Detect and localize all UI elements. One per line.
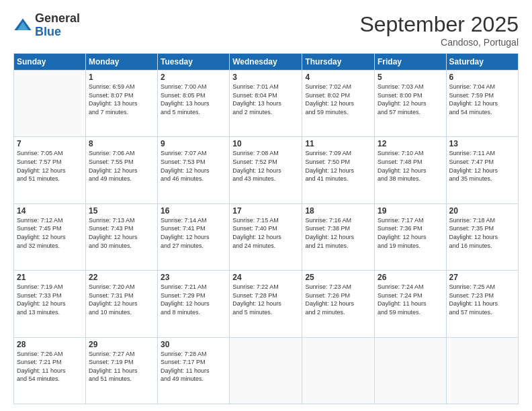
day-info: Sunrise: 7:11 AM Sunset: 7:47 PM Dayligh… — [449, 149, 515, 183]
day-info: Sunrise: 7:25 AM Sunset: 7:23 PM Dayligh… — [449, 283, 515, 316]
day-of-week-header: Thursday — [302, 54, 375, 71]
day-number: 17 — [232, 206, 299, 216]
calendar-cell: 15Sunrise: 7:13 AM Sunset: 7:43 PM Dayli… — [85, 203, 157, 270]
day-info: Sunrise: 7:06 AM Sunset: 7:55 PM Dayligh… — [89, 149, 154, 183]
logo-icon — [13, 16, 32, 35]
calendar-week-row: 21Sunrise: 7:19 AM Sunset: 7:33 PM Dayli… — [14, 271, 519, 337]
day-number: 4 — [305, 73, 371, 82]
day-info: Sunrise: 7:16 AM Sunset: 7:38 PM Dayligh… — [305, 216, 371, 250]
day-info: Sunrise: 7:09 AM Sunset: 7:50 PM Dayligh… — [305, 149, 371, 183]
logo-general: General — [35, 12, 80, 26]
logo-text: General Blue — [35, 12, 80, 39]
day-number: 18 — [305, 206, 371, 216]
day-number: 14 — [17, 206, 83, 216]
calendar-cell — [14, 71, 86, 137]
day-number: 13 — [449, 139, 515, 148]
calendar-cell: 7Sunrise: 7:05 AM Sunset: 7:57 PM Daylig… — [14, 137, 86, 203]
calendar-cell: 18Sunrise: 7:16 AM Sunset: 7:38 PM Dayli… — [302, 203, 375, 270]
calendar-cell — [302, 337, 375, 404]
calendar-cell: 16Sunrise: 7:14 AM Sunset: 7:41 PM Dayli… — [158, 203, 230, 270]
day-number: 9 — [161, 139, 226, 148]
calendar-cell: 22Sunrise: 7:20 AM Sunset: 7:31 PM Dayli… — [85, 271, 157, 337]
calendar-cell: 8Sunrise: 7:06 AM Sunset: 7:55 PM Daylig… — [85, 137, 157, 203]
day-info: Sunrise: 7:01 AM Sunset: 8:04 PM Dayligh… — [232, 83, 299, 116]
day-number: 28 — [17, 340, 83, 349]
day-info: Sunrise: 7:21 AM Sunset: 7:29 PM Dayligh… — [161, 283, 226, 316]
day-info: Sunrise: 7:27 AM Sunset: 7:19 PM Dayligh… — [89, 350, 154, 383]
day-info: Sunrise: 7:26 AM Sunset: 7:21 PM Dayligh… — [17, 350, 83, 383]
location-subtitle: Candoso, Portugal — [359, 37, 519, 48]
calendar-cell: 30Sunrise: 7:28 AM Sunset: 7:17 PM Dayli… — [158, 337, 230, 404]
day-info: Sunrise: 7:23 AM Sunset: 7:26 PM Dayligh… — [305, 283, 371, 316]
day-number: 20 — [449, 206, 515, 216]
calendar-cell: 4Sunrise: 7:02 AM Sunset: 8:02 PM Daylig… — [302, 71, 375, 137]
day-number: 21 — [17, 273, 83, 282]
calendar-cell: 20Sunrise: 7:18 AM Sunset: 7:35 PM Dayli… — [446, 203, 518, 270]
calendar-cell: 14Sunrise: 7:12 AM Sunset: 7:45 PM Dayli… — [14, 203, 86, 270]
day-number: 22 — [89, 273, 154, 282]
calendar-cell — [230, 337, 302, 404]
day-info: Sunrise: 7:15 AM Sunset: 7:40 PM Dayligh… — [232, 216, 299, 250]
day-info: Sunrise: 7:05 AM Sunset: 7:57 PM Dayligh… — [17, 149, 83, 183]
day-info: Sunrise: 7:22 AM Sunset: 7:28 PM Dayligh… — [232, 283, 299, 316]
day-info: Sunrise: 7:24 AM Sunset: 7:24 PM Dayligh… — [378, 283, 443, 316]
day-of-week-header: Sunday — [14, 54, 86, 71]
day-number: 12 — [378, 139, 443, 148]
calendar-cell: 28Sunrise: 7:26 AM Sunset: 7:21 PM Dayli… — [14, 337, 86, 404]
day-number: 3 — [232, 73, 299, 82]
logo-blue: Blue — [35, 26, 80, 39]
calendar-cell — [374, 337, 446, 404]
calendar-cell: 1Sunrise: 6:59 AM Sunset: 8:07 PM Daylig… — [85, 71, 157, 137]
day-number: 29 — [89, 340, 154, 349]
day-info: Sunrise: 7:19 AM Sunset: 7:33 PM Dayligh… — [17, 283, 83, 316]
day-info: Sunrise: 7:07 AM Sunset: 7:53 PM Dayligh… — [161, 149, 226, 183]
day-number: 19 — [378, 206, 443, 216]
month-title: September 2025 — [359, 12, 519, 37]
day-info: Sunrise: 7:12 AM Sunset: 7:45 PM Dayligh… — [17, 216, 83, 250]
logo: General Blue — [13, 12, 80, 39]
day-of-week-header: Tuesday — [158, 54, 230, 71]
day-info: Sunrise: 7:04 AM Sunset: 7:59 PM Dayligh… — [449, 83, 515, 116]
day-number: 26 — [378, 273, 443, 282]
day-info: Sunrise: 7:00 AM Sunset: 8:05 PM Dayligh… — [161, 83, 226, 116]
calendar-table: SundayMondayTuesdayWednesdayThursdayFrid… — [13, 53, 519, 404]
calendar-week-row: 7Sunrise: 7:05 AM Sunset: 7:57 PM Daylig… — [14, 137, 519, 203]
calendar-cell: 10Sunrise: 7:08 AM Sunset: 7:52 PM Dayli… — [230, 137, 302, 203]
day-number: 5 — [378, 73, 443, 82]
calendar-cell: 13Sunrise: 7:11 AM Sunset: 7:47 PM Dayli… — [446, 137, 518, 203]
day-info: Sunrise: 7:02 AM Sunset: 8:02 PM Dayligh… — [305, 83, 371, 116]
day-of-week-header: Wednesday — [230, 54, 302, 71]
calendar-cell: 5Sunrise: 7:03 AM Sunset: 8:00 PM Daylig… — [374, 71, 446, 137]
calendar-cell: 19Sunrise: 7:17 AM Sunset: 7:36 PM Dayli… — [374, 203, 446, 270]
calendar-week-row: 14Sunrise: 7:12 AM Sunset: 7:45 PM Dayli… — [14, 203, 519, 270]
day-number: 7 — [17, 139, 83, 148]
title-block: September 2025 Candoso, Portugal — [359, 12, 519, 48]
day-info: Sunrise: 7:03 AM Sunset: 8:00 PM Dayligh… — [378, 83, 443, 116]
day-info: Sunrise: 6:59 AM Sunset: 8:07 PM Dayligh… — [89, 83, 154, 116]
calendar-cell: 2Sunrise: 7:00 AM Sunset: 8:05 PM Daylig… — [158, 71, 230, 137]
calendar-cell: 21Sunrise: 7:19 AM Sunset: 7:33 PM Dayli… — [14, 271, 86, 337]
calendar-cell — [446, 337, 518, 404]
calendar-header-row: SundayMondayTuesdayWednesdayThursdayFrid… — [14, 54, 519, 71]
calendar-cell: 17Sunrise: 7:15 AM Sunset: 7:40 PM Dayli… — [230, 203, 302, 270]
day-number: 30 — [161, 340, 226, 349]
day-of-week-header: Saturday — [446, 54, 518, 71]
calendar-cell: 29Sunrise: 7:27 AM Sunset: 7:19 PM Dayli… — [85, 337, 157, 404]
day-info: Sunrise: 7:08 AM Sunset: 7:52 PM Dayligh… — [232, 149, 299, 183]
day-number: 23 — [161, 273, 226, 282]
day-number: 1 — [89, 73, 154, 82]
calendar-cell: 11Sunrise: 7:09 AM Sunset: 7:50 PM Dayli… — [302, 137, 375, 203]
day-info: Sunrise: 7:13 AM Sunset: 7:43 PM Dayligh… — [89, 216, 154, 250]
day-info: Sunrise: 7:17 AM Sunset: 7:36 PM Dayligh… — [378, 216, 443, 250]
day-number: 11 — [305, 139, 371, 148]
calendar-cell: 25Sunrise: 7:23 AM Sunset: 7:26 PM Dayli… — [302, 271, 375, 337]
day-number: 6 — [449, 73, 515, 82]
page: General Blue September 2025 Candoso, Por… — [0, 0, 532, 411]
calendar-week-row: 1Sunrise: 6:59 AM Sunset: 8:07 PM Daylig… — [14, 71, 519, 137]
day-number: 16 — [161, 206, 226, 216]
day-of-week-header: Friday — [374, 54, 446, 71]
calendar-cell: 24Sunrise: 7:22 AM Sunset: 7:28 PM Dayli… — [230, 271, 302, 337]
calendar-cell: 6Sunrise: 7:04 AM Sunset: 7:59 PM Daylig… — [446, 71, 518, 137]
day-info: Sunrise: 7:18 AM Sunset: 7:35 PM Dayligh… — [449, 216, 515, 250]
day-number: 15 — [89, 206, 154, 216]
